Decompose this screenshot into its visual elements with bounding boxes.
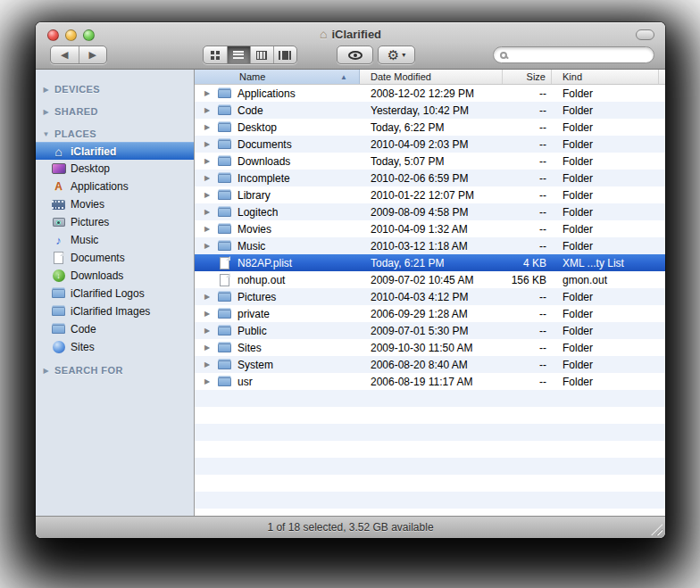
kind-cell: Folder <box>552 203 659 220</box>
size-cell: -- <box>503 288 552 305</box>
triangle-down-icon[interactable]: ▼ <box>42 130 50 138</box>
file-row-pictures[interactable]: ▶Pictures2010-04-03 4:12 PM--Folder <box>195 288 665 305</box>
icon-view-button[interactable] <box>204 46 227 63</box>
kind-cell: Folder <box>552 85 659 102</box>
sidebar-item-sites[interactable]: Sites <box>36 338 194 356</box>
sidebar-item-music[interactable]: Music <box>36 231 194 249</box>
kind-cell: Folder <box>552 288 659 305</box>
file-row-desktop[interactable]: ▶DesktopToday, 6:22 PM--Folder <box>195 119 665 136</box>
name-cell: ▶Library <box>195 186 360 203</box>
toolbar-toggle-button[interactable] <box>636 29 654 40</box>
folder-icon <box>217 205 232 219</box>
sidebar-item-downloads[interactable]: Downloads <box>36 267 194 285</box>
disclosure-triangle-icon[interactable]: ▶ <box>202 293 212 301</box>
file-row-code[interactable]: ▶CodeYesterday, 10:42 PM--Folder <box>195 102 665 119</box>
column-header-size[interactable]: Size <box>503 70 552 84</box>
name-cell: ▶Code <box>195 102 360 119</box>
sidebar-item-applications[interactable]: Applications <box>36 178 194 195</box>
quick-look-button[interactable] <box>337 46 373 64</box>
file-name: Music <box>238 240 265 253</box>
disclosure-triangle-icon[interactable]: ▶ <box>202 157 212 165</box>
folder-icon <box>217 341 232 354</box>
search-field[interactable] <box>493 46 654 63</box>
view-mode-control <box>203 46 297 64</box>
sidebar-section-search-for[interactable]: ▶SEARCH FOR <box>36 362 194 378</box>
sidebar-item-movies[interactable]: Movies <box>36 195 194 213</box>
file-row-downloads[interactable]: ▶DownloadsToday, 5:07 PM--Folder <box>195 153 665 170</box>
column-header-date-modified[interactable]: Date Modified <box>360 70 503 84</box>
sidebar-item-iclarified[interactable]: iClarified <box>36 142 194 160</box>
disclosure-triangle-icon[interactable]: ▶ <box>202 225 212 233</box>
disclosure-triangle-icon[interactable]: ▶ <box>202 123 212 131</box>
disclosure-triangle-icon[interactable]: ▶ <box>202 310 212 318</box>
triangle-right-icon[interactable]: ▶ <box>42 86 50 94</box>
disclosure-triangle-icon[interactable]: ▶ <box>202 208 212 216</box>
disclosure-triangle-icon[interactable]: ▶ <box>202 89 212 97</box>
file-row-public[interactable]: ▶Public2009-07-01 5:30 PM--Folder <box>195 322 665 339</box>
file-row-sites[interactable]: ▶Sites2009-10-30 11:50 AM--Folder <box>195 339 665 356</box>
sidebar-item-iclarified-logos[interactable]: iClarified Logos <box>36 285 194 302</box>
column-header-name[interactable]: Name▲ <box>195 70 360 84</box>
size-cell: 4 KB <box>503 254 552 271</box>
disclosure-triangle-icon[interactable]: ▶ <box>202 140 212 148</box>
disclosure-triangle-icon[interactable]: ▶ <box>202 174 212 182</box>
size-cell: -- <box>503 119 552 136</box>
disclosure-triangle-icon[interactable]: ▶ <box>202 377 212 385</box>
disclosure-triangle-icon[interactable]: ▶ <box>202 191 212 199</box>
file-row-system[interactable]: ▶System2006-08-20 8:40 AM--Folder <box>195 356 665 373</box>
name-cell: ▶private <box>195 305 360 322</box>
sidebar-item-iclarified-images[interactable]: iClarified Images <box>36 302 194 320</box>
file-row-documents[interactable]: ▶Documents2010-04-09 2:03 PM--Folder <box>195 136 665 153</box>
column-view-button[interactable] <box>250 46 273 63</box>
file-row-applications[interactable]: ▶Applications2008-12-02 12:29 PM--Folder <box>195 85 665 102</box>
title-bar[interactable]: ⌂ iClarified ◀ ▶ ⚙ ▾ <box>36 22 665 70</box>
search-input[interactable] <box>512 48 654 62</box>
sidebar-item-label: Code <box>71 323 96 335</box>
file-row-logitech[interactable]: ▶Logitech2009-08-09 4:58 PM--Folder <box>195 203 665 220</box>
sidebar-section-places[interactable]: ▼PLACES <box>36 126 194 142</box>
file-row-n82ap-plist[interactable]: N82AP.plistToday, 6:21 PM4 KBXML ...ty L… <box>195 254 665 271</box>
disclosure-triangle-icon[interactable]: ▶ <box>202 327 212 335</box>
sidebar-section-shared[interactable]: ▶SHARED <box>36 104 194 120</box>
disclosure-triangle-icon[interactable]: ▶ <box>202 344 212 352</box>
file-name: Logitech <box>238 206 278 219</box>
action-button[interactable]: ⚙ ▾ <box>378 46 415 64</box>
home-icon <box>51 145 66 158</box>
kind-cell: gmon.out <box>552 271 659 288</box>
grid-icon <box>211 51 214 54</box>
list-view-button[interactable] <box>227 46 250 63</box>
file-row-music[interactable]: ▶Music2010-03-12 1:18 AM--Folder <box>195 237 665 254</box>
sidebar-item-documents[interactable]: Documents <box>36 249 194 267</box>
file-row-private[interactable]: ▶private2006-09-29 1:28 AM--Folder <box>195 305 665 322</box>
file-row-incomplete[interactable]: ▶Incomplete2010-02-06 6:59 PM--Folder <box>195 170 665 186</box>
disclosure-triangle-icon[interactable]: ▶ <box>202 360 212 369</box>
section-label: PLACES <box>54 128 96 139</box>
file-row-usr[interactable]: ▶usr2006-08-19 11:17 AM--Folder <box>195 373 665 390</box>
triangle-right-icon[interactable]: ▶ <box>42 108 50 116</box>
disclosure-triangle-icon[interactable]: ▶ <box>202 106 212 114</box>
empty-rows-stripes <box>195 390 665 516</box>
file-row-movies[interactable]: ▶Movies2010-04-09 1:32 AM--Folder <box>195 220 665 237</box>
column-header-label: Size <box>527 71 546 82</box>
sidebar-item-pictures[interactable]: Pictures <box>36 213 194 231</box>
column-header-kind[interactable]: Kind <box>552 70 659 84</box>
file-row-library[interactable]: ▶Library2010-01-22 12:07 PM--Folder <box>195 186 665 203</box>
forward-button[interactable]: ▶ <box>79 46 107 63</box>
resize-grip[interactable] <box>651 524 662 535</box>
name-cell: ▶Documents <box>195 136 360 153</box>
file-name: Code <box>238 104 263 117</box>
disclosure-triangle-icon[interactable]: ▶ <box>202 242 212 250</box>
file-icon <box>217 256 232 269</box>
file-row-nohup-out[interactable]: nohup.out2009-07-02 10:45 AM156 KBgmon.o… <box>195 271 665 288</box>
size-cell: -- <box>503 203 552 220</box>
sidebar-item-label: Movies <box>71 198 104 211</box>
sidebar-section-devices[interactable]: ▶DEVICES <box>36 81 194 97</box>
triangle-right-icon[interactable]: ▶ <box>42 367 50 375</box>
sidebar-item-code[interactable]: Code <box>36 320 194 338</box>
section-label: SHARED <box>54 106 98 117</box>
coverflow-view-button[interactable] <box>273 46 296 63</box>
back-button[interactable]: ◀ <box>51 46 79 63</box>
folder-icon <box>51 287 66 301</box>
sidebar-item-desktop[interactable]: Desktop <box>36 160 194 178</box>
size-cell: -- <box>503 339 552 356</box>
